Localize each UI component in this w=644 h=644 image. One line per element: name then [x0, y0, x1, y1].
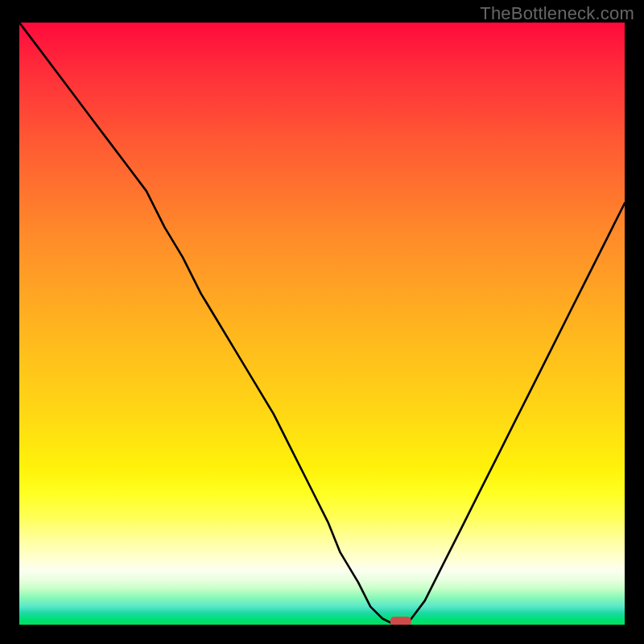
bottleneck-curve [19, 23, 625, 625]
chart-frame: TheBottleneck.com [0, 0, 644, 644]
watermark-text: TheBottleneck.com [480, 3, 634, 24]
minimum-marker [390, 617, 411, 625]
plot-area [19, 23, 625, 625]
